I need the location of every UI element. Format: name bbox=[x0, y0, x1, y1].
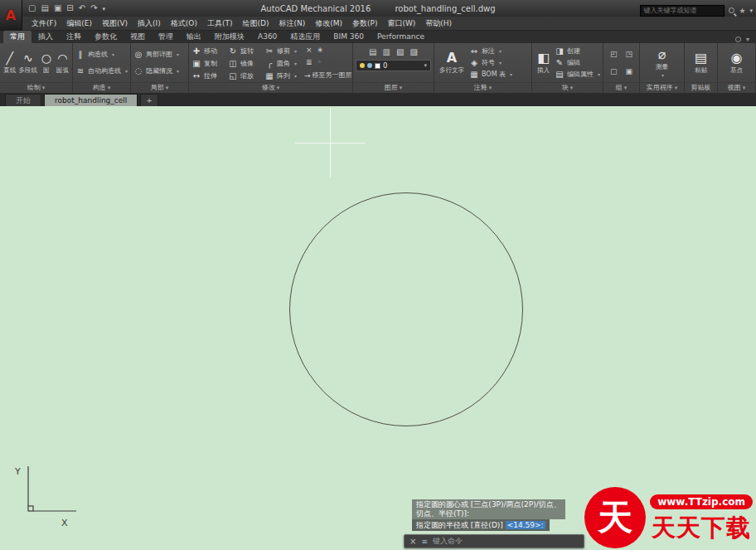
mtext-button[interactable]: 多行文字 bbox=[437, 45, 467, 80]
fillet-button[interactable]: 圆角 bbox=[264, 57, 301, 70]
ribbon-tab-bim360[interactable]: BIM 360 bbox=[327, 31, 371, 43]
command-input[interactable]: 键入命令 bbox=[433, 536, 463, 547]
menu-insert[interactable]: 插入(I) bbox=[133, 17, 166, 31]
search-icon[interactable] bbox=[729, 7, 734, 13]
help-search-input[interactable] bbox=[640, 5, 724, 17]
panel-label-draw[interactable]: 绘制 bbox=[0, 82, 72, 93]
create-block-button[interactable]: 创建 bbox=[555, 45, 600, 56]
ucs-x-label: X bbox=[61, 518, 68, 528]
group-selection-toggle[interactable] bbox=[625, 67, 632, 75]
new-file-icon[interactable] bbox=[28, 1, 36, 16]
menu-view[interactable]: 视图(V) bbox=[97, 17, 133, 31]
ribbon-tab-addins[interactable]: 附加模块 bbox=[208, 31, 251, 43]
ribbon-tab-annotate[interactable]: 注释 bbox=[60, 31, 88, 43]
ribbon-tab-parametric[interactable]: 参数化 bbox=[88, 31, 124, 43]
arc-button[interactable]: 圆弧 bbox=[56, 45, 70, 80]
move-to-layer-button[interactable]: 移至另一图层 bbox=[304, 71, 352, 80]
save-icon[interactable] bbox=[54, 1, 61, 16]
drawing-canvas[interactable]: Y X 指定圆的圆心或 [三点(3P)/两点(2P)/切点、 切点、半径(T)]… bbox=[0, 106, 756, 550]
menu-format[interactable]: 格式(O) bbox=[166, 17, 202, 31]
redo-icon[interactable] bbox=[90, 1, 97, 16]
ribbon-tab-manage[interactable]: 管理 bbox=[152, 31, 180, 43]
ribbon-minimize-icon[interactable]: ▾ bbox=[746, 36, 749, 43]
menu-parametric[interactable]: 参数(P) bbox=[347, 17, 382, 31]
panel-label-block[interactable]: 块 bbox=[532, 82, 603, 93]
circle-button[interactable]: 圆 bbox=[39, 45, 54, 80]
move-button[interactable]: 移动 bbox=[191, 45, 228, 57]
trim-button[interactable]: 修剪 bbox=[264, 45, 301, 57]
panel-label-utilities[interactable]: 实用程序 bbox=[640, 82, 684, 93]
menu-help[interactable]: 帮助(H) bbox=[420, 17, 457, 31]
scale-button[interactable]: 缩放 bbox=[228, 70, 264, 82]
break-button[interactable] bbox=[317, 58, 322, 66]
ribbon-tab-insert[interactable]: 插入 bbox=[32, 31, 60, 43]
ribbon-tab-output[interactable]: 输出 bbox=[180, 31, 208, 43]
group-button[interactable] bbox=[610, 50, 618, 58]
layer-properties-button[interactable] bbox=[369, 47, 376, 56]
menu-window[interactable]: 窗口(W) bbox=[382, 17, 420, 31]
panel-label-modify[interactable]: 修改 bbox=[189, 82, 352, 93]
dimension-button[interactable]: 标注 bbox=[469, 45, 529, 56]
offset-button[interactable] bbox=[306, 58, 313, 66]
panel-label-group[interactable]: 组 bbox=[603, 82, 639, 93]
stretch-button[interactable]: 拉伸 bbox=[191, 70, 228, 82]
ribbon-tab-home[interactable]: 常用 bbox=[3, 31, 32, 43]
layer-isolate-button[interactable] bbox=[383, 47, 390, 56]
favorites-star-icon[interactable]: ★ bbox=[739, 5, 745, 17]
insert-block-button[interactable]: 插入 bbox=[535, 45, 552, 80]
undo-icon[interactable] bbox=[79, 1, 85, 16]
edit-attributes-button[interactable]: 编辑属性 bbox=[555, 69, 600, 80]
layer-freeze-button[interactable] bbox=[396, 47, 404, 56]
edit-block-button[interactable]: 编辑 bbox=[555, 56, 600, 68]
construction-line-button[interactable]: 构造线 bbox=[75, 48, 128, 61]
bom-table-button[interactable]: BOM 表 bbox=[469, 69, 529, 80]
menu-tools[interactable]: 工具(T) bbox=[202, 17, 238, 31]
menu-file[interactable]: 文件(F) bbox=[27, 17, 61, 31]
menu-edit[interactable]: 编辑(E) bbox=[61, 17, 97, 31]
qat-dropdown-icon[interactable] bbox=[103, 1, 106, 17]
symbol-button[interactable]: 符号 bbox=[469, 56, 529, 68]
layer-lock-button[interactable] bbox=[410, 47, 417, 56]
customize-command-line-icon[interactable] bbox=[421, 538, 428, 546]
detail-view-button[interactable]: 局部详图 bbox=[133, 48, 186, 61]
ungroup-button[interactable] bbox=[625, 50, 632, 58]
measure-button[interactable]: 测量 bbox=[656, 45, 668, 80]
base-point-button[interactable]: 基点 bbox=[730, 45, 743, 80]
print-icon[interactable] bbox=[66, 1, 73, 16]
open-file-icon[interactable] bbox=[41, 1, 48, 16]
ribbon-tab-a360[interactable]: A360 bbox=[251, 31, 284, 43]
rotate-button[interactable]: 旋转 bbox=[228, 45, 264, 57]
menu-draw[interactable]: 绘图(D) bbox=[237, 17, 274, 31]
close-command-line-icon[interactable] bbox=[410, 535, 416, 548]
line-button[interactable]: 直线 bbox=[2, 45, 17, 80]
application-menu-button[interactable]: A bbox=[0, 0, 22, 31]
new-drawing-tab-button[interactable]: + bbox=[140, 94, 158, 106]
tab-drawing[interactable]: robot_handling_cell bbox=[44, 94, 138, 106]
group-edit-button[interactable] bbox=[610, 67, 618, 75]
auto-construction-line-button[interactable]: 自动构造线 bbox=[75, 65, 128, 77]
panel-label-clipboard[interactable]: 剪贴板 bbox=[685, 82, 717, 93]
panel-label-annotation[interactable]: 注释 bbox=[434, 82, 531, 93]
menu-dimension[interactable]: 标注(N) bbox=[274, 17, 310, 31]
panel-label-view[interactable]: 视图 bbox=[718, 82, 755, 93]
explode-button[interactable] bbox=[317, 46, 324, 54]
layer-dropdown[interactable]: 0 ▾ bbox=[356, 60, 431, 71]
menu-modify[interactable]: 修改(M) bbox=[310, 17, 347, 31]
ribbon-tab-performance[interactable]: Performance bbox=[371, 31, 431, 43]
panel-label-detail[interactable]: 局部 bbox=[131, 82, 188, 93]
paste-button[interactable]: 粘贴 bbox=[695, 45, 707, 80]
ribbon-tab-featured-apps[interactable]: 精选应用 bbox=[284, 31, 327, 43]
hide-situation-button[interactable]: 隐藏情况 bbox=[133, 65, 186, 77]
command-line[interactable]: 键入命令 bbox=[404, 534, 584, 548]
tab-start[interactable]: 开始 bbox=[5, 94, 41, 106]
polyline-button[interactable]: 多段线 bbox=[19, 45, 38, 80]
erase-button[interactable] bbox=[306, 46, 313, 54]
mirror-button[interactable]: 镜像 bbox=[228, 57, 264, 70]
ribbon-tab-view[interactable]: 视图 bbox=[124, 31, 152, 43]
infocenter-dropdown-icon[interactable] bbox=[749, 2, 753, 18]
copy-button[interactable]: 复制 bbox=[191, 57, 228, 70]
panel-label-layers[interactable]: 图层 bbox=[353, 82, 434, 93]
panel-label-construction[interactable]: 构造 bbox=[73, 82, 130, 93]
array-button[interactable]: 阵列 bbox=[264, 70, 301, 82]
ribbon-cycle-icon[interactable] bbox=[735, 37, 741, 42]
